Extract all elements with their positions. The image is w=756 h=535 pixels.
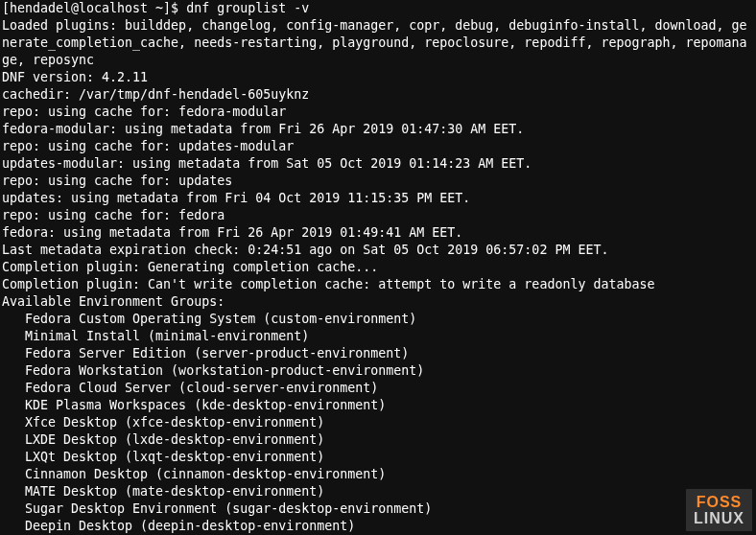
list-item: Cinnamon Desktop (cinnamon-desktop-envir…	[2, 466, 754, 483]
list-item: KDE Plasma Workspaces (kde-desktop-envir…	[2, 397, 754, 414]
prompt-line: [hendadel@localhost ~]$ dnf grouplist -v	[2, 0, 754, 17]
list-item: MATE Desktop (mate-desktop-environment)	[2, 483, 754, 500]
output-line: repo: using cache for: fedora	[2, 207, 754, 224]
output-line: updates: using metadata from Fri 04 Oct …	[2, 190, 754, 207]
list-item: Minimal Install (minimal-environment)	[2, 328, 754, 345]
list-item: Fedora Workstation (workstation-product-…	[2, 362, 754, 380]
command-output: Loaded plugins: builddep, changelog, con…	[2, 17, 754, 311]
output-line: Loaded plugins: builddep, changelog, con…	[2, 17, 754, 69]
list-item: Fedora Cloud Server (cloud-server-enviro…	[2, 380, 754, 397]
list-item: LXQt Desktop (lxqt-desktop-environment)	[2, 449, 754, 466]
fosslinux-watermark: FOSS LINUX	[686, 489, 752, 531]
output-line: repo: using cache for: fedora-modular	[2, 104, 754, 121]
list-item: Fedora Custom Operating System (custom-e…	[2, 311, 754, 328]
output-line: Completion plugin: Generating completion…	[2, 259, 754, 276]
output-line: fedora-modular: using metadata from Fri …	[2, 121, 754, 138]
watermark-line1: FOSS	[694, 495, 744, 511]
list-item: LXDE Desktop (lxde-desktop-environment)	[2, 431, 754, 449]
list-item: Sugar Desktop Environment (sugar-desktop…	[2, 500, 754, 518]
output-line: cachedir: /var/tmp/dnf-hendadel-605uyknz	[2, 86, 754, 104]
shell-prompt: [hendadel@localhost ~]$	[2, 1, 186, 15]
list-item: Fedora Server Edition (server-product-en…	[2, 345, 754, 362]
output-line: repo: using cache for: updates-modular	[2, 138, 754, 155]
list-item: Deepin Desktop (deepin-desktop-environme…	[2, 518, 754, 535]
output-line: updates-modular: using metadata from Sat…	[2, 155, 754, 173]
environment-groups-list: Fedora Custom Operating System (custom-e…	[2, 311, 754, 535]
terminal-window[interactable]: [hendadel@localhost ~]$ dnf grouplist -v…	[0, 0, 756, 535]
output-line: DNF version: 4.2.11	[2, 69, 754, 86]
shell-command: dnf grouplist -v	[186, 1, 309, 15]
output-line: repo: using cache for: updates	[2, 173, 754, 190]
output-line: fedora: using metadata from Fri 26 Apr 2…	[2, 224, 754, 242]
list-item: Xfce Desktop (xfce-desktop-environment)	[2, 414, 754, 431]
output-line: Completion plugin: Can't write completio…	[2, 276, 754, 293]
output-line: Last metadata expiration check: 0:24:51 …	[2, 242, 754, 259]
watermark-line2: LINUX	[694, 511, 744, 527]
output-line: Available Environment Groups:	[2, 293, 754, 311]
